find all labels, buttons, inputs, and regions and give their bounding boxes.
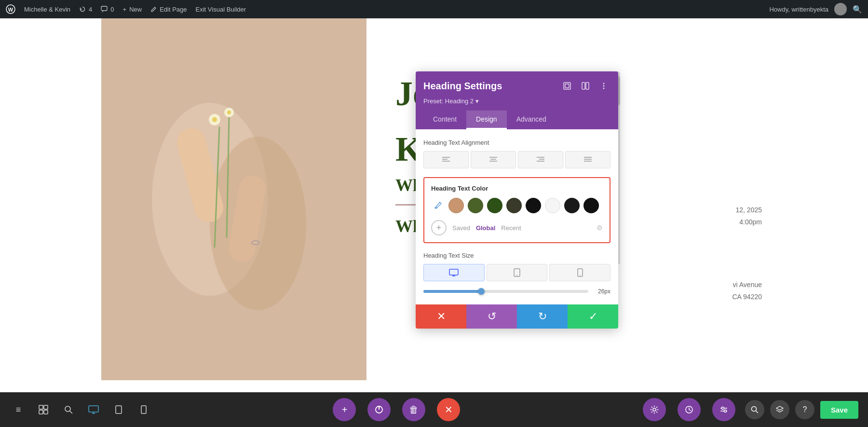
svg-point-20	[603, 85, 605, 87]
settings-button[interactable]	[643, 398, 666, 421]
page-image	[101, 18, 366, 380]
align-justify-btn[interactable]	[565, 151, 610, 168]
search-icon-toolbar[interactable]	[60, 401, 77, 418]
recent-tab[interactable]: Recent	[501, 224, 521, 232]
svg-line-47	[70, 411, 73, 414]
slider-value: 26px	[593, 288, 610, 295]
color-section: Heading Text Color +	[423, 177, 610, 243]
date-info: 12, 20254:00pm	[736, 204, 762, 228]
svg-rect-52	[141, 406, 146, 413]
expand-icon[interactable]	[560, 79, 574, 93]
tab-advanced[interactable]: Advanced	[507, 110, 556, 129]
align-left-btn[interactable]	[423, 151, 469, 168]
device-mobile-btn[interactable]	[549, 264, 610, 281]
panel-preset[interactable]: Preset: Heading 2 ▾	[423, 97, 610, 105]
global-tab[interactable]: Global	[476, 224, 495, 232]
color-row	[431, 198, 603, 213]
comments[interactable]: 0	[101, 6, 114, 13]
search-right-icon[interactable]	[745, 400, 764, 419]
color-swatch-dark-olive[interactable]	[506, 198, 522, 213]
add-color-button[interactable]: +	[431, 220, 447, 235]
add-module-button[interactable]: +	[333, 398, 356, 421]
device-tablet-btn[interactable]	[487, 264, 548, 281]
svg-point-21	[603, 88, 605, 89]
power-button[interactable]	[367, 398, 391, 421]
address-info: vi AvenueCA 94220	[732, 279, 762, 303]
svg-rect-51	[116, 406, 122, 413]
admin-bar-right: Howdy, writtenbyekta 🔍	[769, 3, 862, 15]
tab-design[interactable]: Design	[466, 110, 507, 129]
svg-rect-42	[39, 405, 43, 409]
search-icon[interactable]: 🔍	[853, 5, 862, 14]
svg-rect-44	[39, 410, 43, 414]
wp-logo[interactable]: W	[6, 4, 15, 14]
close-button[interactable]: ✕	[437, 398, 460, 421]
grid-icon[interactable]	[35, 401, 52, 418]
redo-button[interactable]: ↻	[517, 304, 568, 329]
avatar[interactable]	[834, 3, 847, 15]
color-tabs-row: + Saved Global Recent ⚙	[431, 218, 603, 235]
image-placeholder	[101, 18, 366, 380]
svg-rect-2	[101, 6, 107, 11]
svg-point-55	[653, 408, 656, 411]
svg-rect-18	[586, 83, 589, 89]
howdy-text: Howdy, writtenbyekta	[769, 6, 828, 13]
panel-header-top: Heading Settings	[423, 79, 610, 93]
svg-text:W: W	[8, 7, 14, 13]
more-options-icon[interactable]	[597, 79, 610, 93]
color-swatch-tan[interactable]	[448, 198, 464, 213]
svg-point-13	[227, 110, 231, 114]
cancel-button[interactable]: ✕	[416, 304, 466, 329]
new-button[interactable]: + New	[123, 6, 142, 13]
undo-button[interactable]: ↺	[466, 304, 517, 329]
adjust-button[interactable]	[712, 398, 735, 421]
panel-header-icons	[560, 79, 610, 93]
eyedropper-icon[interactable]	[431, 199, 445, 212]
panel-header: Heading Settings Preset: Heading 2 ▾	[416, 71, 618, 129]
panel-title: Heading Settings	[423, 81, 502, 92]
menu-icon[interactable]: ≡	[10, 401, 27, 418]
svg-point-59	[721, 407, 724, 410]
color-swatch-near-white[interactable]	[545, 198, 560, 213]
color-swatch-black2[interactable]	[583, 198, 599, 213]
tab-content[interactable]: Content	[423, 110, 466, 129]
color-swatch-black[interactable]	[564, 198, 580, 213]
color-swatch-dark-green[interactable]	[468, 198, 483, 213]
saved-tab[interactable]: Saved	[452, 224, 470, 232]
confirm-button[interactable]: ✓	[568, 304, 618, 329]
size-section-label: Heading Text Size	[423, 252, 610, 259]
history-button[interactable]	[678, 398, 701, 421]
site-name[interactable]: Michelle & Kevin	[24, 6, 70, 13]
color-swatch-near-black[interactable]	[526, 198, 541, 213]
mobile-icon-toolbar[interactable]	[135, 401, 152, 418]
edit-page-link[interactable]: Edit Page	[150, 6, 187, 13]
admin-bar: W Michelle & Kevin 4 0 + New Edit Page E…	[0, 0, 868, 18]
revisions[interactable]: 4	[79, 6, 92, 13]
align-right-btn[interactable]	[518, 151, 563, 168]
color-tab-options: Saved Global Recent	[452, 224, 521, 232]
svg-point-19	[603, 83, 605, 84]
svg-line-62	[756, 411, 758, 413]
trash-button[interactable]: 🗑	[402, 398, 425, 421]
tablet-icon-toolbar[interactable]	[110, 401, 127, 418]
svg-point-60	[724, 410, 726, 413]
svg-rect-15	[564, 83, 570, 89]
save-button[interactable]: Save	[820, 401, 858, 419]
toolbar-right: ? Save	[745, 400, 858, 419]
align-center-btn[interactable]	[471, 151, 516, 168]
color-swatch-forest-green[interactable]	[487, 198, 502, 213]
exit-builder-link[interactable]: Exit Visual Builder	[196, 6, 246, 13]
help-icon[interactable]: ?	[795, 400, 814, 419]
svg-rect-16	[565, 84, 569, 88]
canvas-area: Jo Kr Wh Wh 12, 20254:00pm vi AvenueCA 9…	[0, 18, 868, 427]
split-icon[interactable]	[579, 79, 592, 93]
desktop-icon-toolbar[interactable]	[85, 401, 102, 418]
size-slider[interactable]	[423, 290, 588, 293]
device-buttons	[423, 264, 610, 281]
layers-icon[interactable]	[770, 400, 789, 419]
settings-panel: Heading Settings Preset: Heading 2 ▾	[416, 71, 618, 329]
device-desktop-btn[interactable]	[423, 264, 485, 281]
bottom-toolbar: ≡ + 🗑 ✕	[0, 392, 868, 427]
color-settings-icon[interactable]: ⚙	[597, 224, 603, 232]
slider-thumb[interactable]	[478, 288, 485, 295]
